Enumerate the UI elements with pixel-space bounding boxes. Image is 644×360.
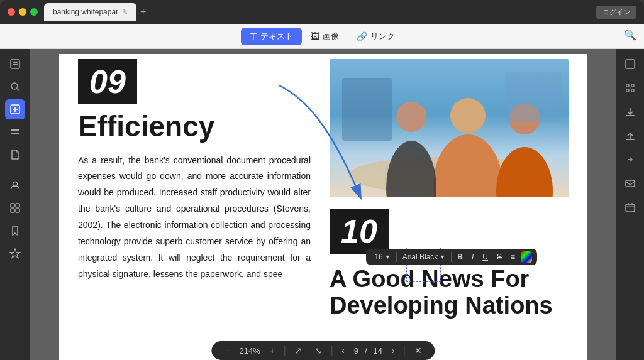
svg-rect-6: [11, 129, 19, 131]
svg-rect-22: [506, 72, 562, 122]
svg-rect-27: [626, 180, 635, 187]
sidebar-icon-grid[interactable]: [5, 198, 25, 218]
photo-placeholder: [330, 59, 569, 197]
svg-rect-21: [342, 78, 392, 141]
bold-button[interactable]: B: [454, 251, 466, 263]
tab-area: banking whitepapar ✎ +: [44, 3, 150, 21]
titlebar-right: ログイン: [596, 6, 644, 19]
fit-height-button[interactable]: ⤡: [311, 344, 325, 357]
text-format-toolbar: 16 ▼ Arial Black ▼ B I U S ≡: [366, 249, 537, 265]
text-column: 09 Efficiency As a result, the bank's co…: [59, 54, 323, 360]
maximize-button[interactable]: [30, 8, 38, 16]
right-sidebar-icon-calendar[interactable]: [620, 197, 640, 217]
svg-rect-12: [16, 209, 19, 212]
svg-rect-28: [626, 204, 635, 212]
text-tool-label: テキスト: [260, 31, 293, 42]
add-tab-button[interactable]: +: [136, 6, 150, 18]
efficiency-title: Efficiency: [78, 111, 311, 143]
page-layout: 09 Efficiency As a result, the bank's co…: [59, 54, 587, 360]
svg-rect-1: [13, 62, 18, 63]
sidebar-icon-pages[interactable]: [5, 54, 25, 74]
svg-rect-11: [11, 209, 14, 212]
svg-rect-9: [11, 204, 14, 207]
image-icon: 🖼: [311, 31, 319, 41]
fmt-divider-1: [396, 252, 397, 262]
zoom-out-button[interactable]: −: [221, 344, 233, 357]
svg-rect-2: [13, 64, 18, 65]
bottom-divider-3: [404, 346, 405, 356]
italic-button[interactable]: I: [469, 251, 477, 263]
photo-content: [330, 59, 569, 197]
svg-point-3: [11, 83, 18, 89]
close-bottom-toolbar-button[interactable]: ✕: [411, 344, 425, 357]
prev-page-button[interactable]: ‹: [338, 344, 348, 357]
good-news-heading: A Good News For Developing Nations: [330, 266, 581, 319]
zoom-in-button[interactable]: +: [267, 344, 278, 357]
page-total: 14: [374, 346, 382, 356]
login-button[interactable]: ログイン: [596, 6, 636, 19]
svg-line-4: [17, 89, 19, 91]
traffic-lights: [0, 8, 38, 16]
minimize-button[interactable]: [19, 8, 26, 16]
bottom-divider-1: [284, 346, 285, 356]
link-tool-button[interactable]: 🔗 リンク: [348, 28, 404, 45]
bottom-toolbar: − 214% + ⤢ ⤡ ‹ 9 / 14 › ✕: [211, 341, 435, 360]
search-icon[interactable]: 🔍: [624, 30, 636, 40]
svg-rect-26: [626, 139, 635, 140]
sidebar-icon-document[interactable]: [5, 145, 25, 165]
bottom-divider-2: [331, 346, 332, 356]
titlebar: banking whitepapar ✎ + ログイン: [0, 0, 644, 24]
zoom-value: 214%: [240, 346, 260, 356]
right-sidebar-icon-download[interactable]: [620, 102, 640, 122]
next-page-button[interactable]: ›: [389, 344, 398, 357]
text-tool-button[interactable]: ⊤ テキスト: [241, 28, 302, 45]
sidebar-icon-edit[interactable]: [5, 99, 25, 119]
underline-button[interactable]: U: [479, 251, 491, 263]
body-text: As a result, the bank's conventional doc…: [78, 153, 311, 283]
image-tool-button[interactable]: 🖼 画像: [302, 28, 348, 45]
text-icon: ⊤: [250, 31, 257, 41]
svg-rect-25: [626, 115, 635, 116]
sidebar-icon-star[interactable]: [5, 243, 25, 263]
sidebar-divider-1: [6, 170, 25, 170]
strikethrough-button[interactable]: S: [494, 251, 505, 263]
link-icon: 🔗: [357, 31, 367, 41]
sidebar-icon-users[interactable]: [5, 175, 25, 195]
right-sidebar-icon-ocr[interactable]: [620, 78, 640, 98]
svg-point-16: [450, 98, 486, 133]
right-sidebar-icon-upload[interactable]: [620, 126, 640, 146]
svg-rect-10: [16, 204, 19, 207]
font-name-value: Arial Black: [402, 253, 438, 261]
photo-svg: [330, 59, 569, 197]
search-area: 🔍: [624, 29, 636, 41]
page-separator: /: [365, 346, 367, 356]
right-sidebar-icon-share[interactable]: [620, 150, 640, 170]
number-block-09: 09: [78, 59, 137, 104]
tab-label: banking whitepapar: [53, 8, 118, 16]
align-button[interactable]: ≡: [508, 251, 518, 263]
active-tab[interactable]: banking whitepapar ✎: [44, 3, 136, 21]
page-current: 9: [354, 346, 358, 356]
right-sidebar-icon-mail[interactable]: [620, 173, 640, 194]
font-size-value: 16: [374, 253, 382, 261]
svg-rect-7: [11, 133, 19, 134]
right-sidebar-icon-pages[interactable]: [620, 54, 640, 74]
sidebar-icon-bookmark[interactable]: [5, 221, 25, 241]
font-size-selector[interactable]: 16 ▼: [371, 251, 393, 263]
edit-icon: ✎: [122, 8, 128, 16]
image-tool-label: 画像: [323, 31, 339, 42]
font-name-selector[interactable]: Arial Black ▼: [399, 251, 449, 263]
main-layout: 09 Efficiency As a result, the bank's co…: [0, 49, 644, 360]
good-news-line2: Developing Nations: [330, 293, 581, 319]
sidebar-icon-search2[interactable]: [5, 77, 25, 97]
right-sidebar: [616, 49, 644, 360]
color-picker-button[interactable]: [521, 251, 532, 263]
close-button[interactable]: [8, 8, 15, 16]
main-toolbar: ⊤ テキスト 🖼 画像 🔗 リンク 🔍: [0, 24, 644, 49]
page-canvas: 09 Efficiency As a result, the bank's co…: [59, 54, 587, 360]
sidebar-icon-layers[interactable]: [5, 122, 25, 142]
left-sidebar: [0, 49, 30, 360]
fit-width-button[interactable]: ⤢: [291, 344, 305, 357]
number-block-10: 10: [330, 209, 389, 254]
fmt-divider-2: [451, 252, 452, 262]
